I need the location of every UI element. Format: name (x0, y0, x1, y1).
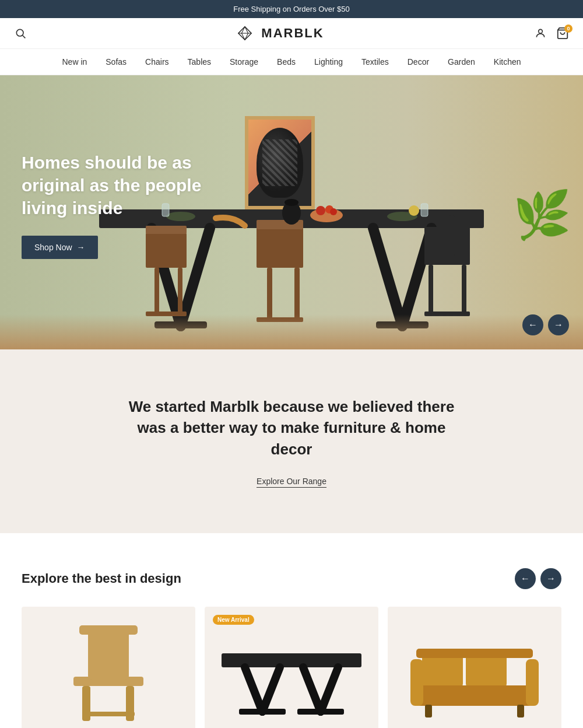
svg-rect-57 (526, 659, 539, 706)
svg-rect-59 (425, 705, 432, 718)
svg-line-47 (245, 667, 262, 712)
svg-rect-24 (429, 265, 433, 314)
svg-rect-51 (239, 709, 286, 715)
svg-point-32 (285, 199, 298, 206)
svg-point-34 (316, 206, 325, 215)
svg-rect-38 (421, 204, 428, 216)
nav-item-chairs[interactable]: Chairs (145, 57, 168, 66)
hero-next-button[interactable]: → (548, 314, 569, 335)
new-arrival-badge: New Arrival (213, 615, 254, 625)
nav-item-garden[interactable]: Garden (448, 57, 475, 66)
hero-floor (0, 314, 583, 349)
logo-icon (237, 25, 253, 41)
svg-rect-28 (449, 215, 455, 256)
products-section: Explore the best in design ← → (0, 533, 583, 728)
nav-item-beds[interactable]: Beds (277, 57, 296, 66)
svg-rect-55 (416, 685, 533, 706)
svg-rect-42 (79, 625, 138, 635)
hero-prev-button[interactable]: ← (522, 314, 543, 335)
logo[interactable]: MARBLK (237, 25, 324, 41)
products-prev-icon: ← (521, 573, 530, 584)
hero-text-block: Homes should be as original as the peopl… (22, 151, 237, 259)
nav-item-decor[interactable]: Decor (408, 57, 429, 66)
nav-item-sofas[interactable]: Sofas (106, 57, 127, 66)
svg-line-1 (23, 36, 26, 38)
svg-rect-56 (410, 659, 423, 706)
products-header: Explore the best in design ← → (22, 568, 561, 589)
products-section-title: Explore the best in design (22, 571, 181, 586)
svg-line-7 (373, 228, 402, 326)
table-svg (216, 618, 367, 723)
products-grid: New Arrival (22, 607, 561, 728)
chair-svg (56, 612, 161, 728)
cart-badge: 0 (564, 24, 573, 33)
svg-line-50 (321, 667, 338, 712)
product-sofa-visual (388, 607, 561, 728)
mission-section: We started Marblk because we believed th… (0, 349, 583, 533)
svg-point-0 (16, 29, 23, 36)
cart-icon[interactable]: 0 (556, 27, 569, 40)
product-card-table[interactable]: New Arrival (205, 607, 378, 728)
nav-item-lighting[interactable]: Lighting (314, 57, 343, 66)
svg-rect-19 (294, 268, 300, 320)
nav-item-new-in[interactable]: New in (62, 57, 87, 66)
products-next-button[interactable]: → (540, 568, 561, 589)
product-card-sofa[interactable] (388, 607, 561, 728)
svg-point-2 (539, 29, 543, 33)
svg-rect-60 (517, 705, 524, 718)
shop-now-label: Shop Now (34, 243, 72, 252)
hero-section: 🌿 (0, 75, 583, 349)
header-right: 0 (534, 27, 569, 40)
nav-item-textiles[interactable]: Textiles (361, 57, 389, 66)
announcement-text: Free Shipping on Orders Over $50 (233, 5, 349, 13)
next-arrow-icon: → (554, 320, 563, 330)
svg-line-48 (262, 667, 280, 712)
nav-item-kitchen[interactable]: Kitchen (494, 57, 521, 66)
svg-line-49 (303, 667, 321, 712)
products-next-icon: → (546, 573, 556, 584)
svg-rect-12 (154, 268, 159, 314)
svg-point-36 (330, 208, 337, 215)
svg-rect-45 (82, 712, 135, 716)
nav-item-tables[interactable]: Tables (188, 57, 211, 66)
svg-rect-58 (416, 649, 533, 658)
nav-item-storage[interactable]: Storage (230, 57, 258, 66)
search-icon[interactable] (14, 27, 27, 40)
shop-now-button[interactable]: Shop Now → (22, 236, 98, 259)
svg-rect-18 (267, 268, 272, 320)
svg-rect-54 (466, 653, 507, 688)
explore-range-link[interactable]: Explore Our Range (257, 477, 326, 488)
svg-rect-41 (88, 630, 129, 680)
brand-name: MARBLK (261, 26, 324, 41)
svg-rect-53 (422, 653, 463, 688)
prev-arrow-icon: ← (528, 320, 538, 330)
svg-rect-27 (424, 227, 470, 262)
shop-now-arrow: → (77, 243, 85, 252)
account-icon[interactable] (534, 27, 547, 40)
hero-carousel-controls: ← → (522, 314, 569, 335)
products-prev-button[interactable]: ← (515, 568, 536, 589)
products-carousel-controls: ← → (515, 568, 561, 589)
mission-headline: We started Marblk because we believed th… (122, 396, 461, 460)
header: MARBLK 0 (0, 18, 583, 49)
svg-rect-25 (462, 265, 466, 314)
svg-point-39 (409, 205, 419, 216)
product-card-chair[interactable] (22, 607, 195, 728)
main-nav: New in Sofas Chairs Tables Storage Beds … (0, 49, 583, 75)
svg-rect-13 (178, 268, 182, 314)
hero-headline: Homes should be as original as the peopl… (22, 151, 237, 219)
product-chair-visual (22, 607, 195, 728)
svg-rect-52 (297, 709, 344, 715)
svg-rect-21 (257, 227, 303, 265)
product-table-visual (205, 607, 378, 728)
sofa-svg (410, 618, 539, 723)
announcement-bar: Free Shipping on Orders Over $50 (0, 0, 583, 18)
header-left (14, 27, 27, 40)
